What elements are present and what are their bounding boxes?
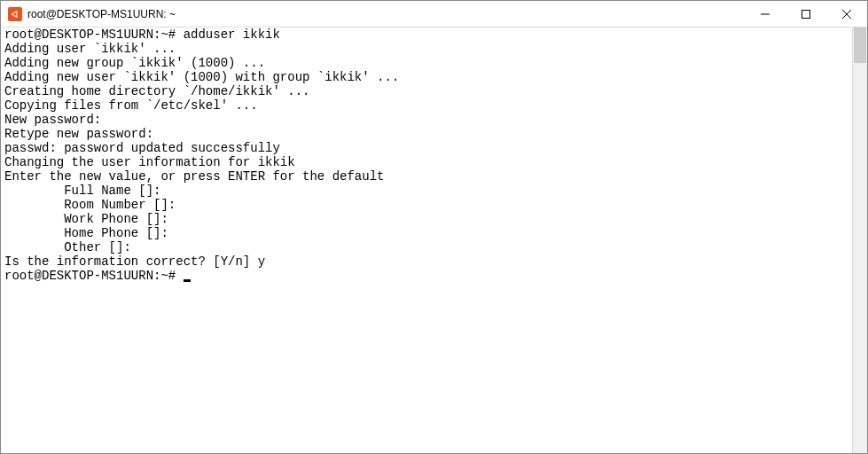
minimize-icon — [761, 10, 770, 19]
output-line: Retype new password: — [4, 127, 848, 141]
prompt: root@DESKTOP-MS1UURN:~# — [4, 269, 184, 283]
output-line: New password: — [4, 113, 848, 127]
output-line: Room Number []: — [4, 198, 848, 212]
output-line: Adding new user `ikkik' (1000) with grou… — [4, 70, 848, 84]
output-line: Changing the user information for ikkik — [4, 155, 848, 169]
window-titlebar: root@DESKTOP-MS1UURN: ~ — [1, 1, 867, 27]
output-line: Copying files from `/etc/skel' ... — [4, 98, 848, 113]
output-line: Is the information correct? [Y/n] y — [4, 254, 848, 269]
scrollbar[interactable] — [852, 27, 867, 453]
svg-rect-6 — [802, 10, 810, 18]
output-line: Enter the new value, or press ENTER for … — [4, 169, 848, 184]
prompt: root@DESKTOP-MS1UURN:~# — [4, 27, 176, 42]
close-button[interactable] — [826, 1, 867, 27]
cursor — [184, 279, 191, 282]
window-controls — [745, 1, 867, 27]
command-text: adduser ikkik — [176, 27, 280, 42]
output-line: Home Phone []: — [4, 226, 848, 240]
output-line: Creating home directory `/home/ikkik' ..… — [4, 84, 848, 98]
minimize-button[interactable] — [745, 1, 786, 27]
output-line: Work Phone []: — [4, 212, 848, 226]
output-line: Full Name []: — [4, 184, 848, 198]
output-line: Other []: — [4, 240, 848, 254]
close-icon — [842, 10, 851, 19]
maximize-icon — [802, 10, 810, 19]
maximize-button[interactable] — [786, 1, 826, 27]
terminal-output[interactable]: root@DESKTOP-MS1UURN:~# adduser ikkikAdd… — [1, 27, 852, 453]
scrollbar-thumb[interactable] — [854, 27, 866, 63]
window-title: root@DESKTOP-MS1UURN: ~ — [27, 8, 745, 20]
ubuntu-icon — [8, 7, 22, 21]
output-line: passwd: password updated successfully — [4, 141, 848, 155]
output-line: Adding new group `ikkik' (1000) ... — [4, 56, 848, 70]
output-line: Adding user `ikkik' ... — [4, 42, 848, 56]
